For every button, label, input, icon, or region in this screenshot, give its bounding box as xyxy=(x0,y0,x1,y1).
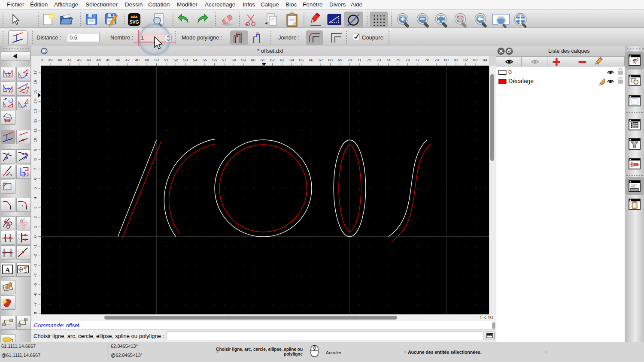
svg-text:61: 61 xyxy=(261,57,265,62)
svg-text:59: 59 xyxy=(241,57,246,62)
svg-text:9: 9 xyxy=(33,148,37,151)
svg-text:16: 16 xyxy=(33,80,37,84)
svg-text:8: 8 xyxy=(33,158,37,160)
svg-text:82: 82 xyxy=(463,57,468,62)
svg-text:-3: -3 xyxy=(33,264,37,268)
svg-text:17: 17 xyxy=(33,70,37,75)
svg-text:51: 51 xyxy=(164,57,169,62)
svg-text:SVG: SVG xyxy=(129,19,139,24)
svg-text:55: 55 xyxy=(203,57,207,62)
svg-text:45: 45 xyxy=(106,57,111,62)
svg-text:83: 83 xyxy=(473,57,478,62)
svg-text:70: 70 xyxy=(347,57,352,62)
svg-text:52: 52 xyxy=(173,57,178,62)
svg-text:command: command xyxy=(631,189,638,190)
svg-text:1: 1 xyxy=(33,226,37,228)
svg-text:74: 74 xyxy=(386,57,391,62)
svg-text:73: 73 xyxy=(377,57,381,62)
svg-text:75: 75 xyxy=(396,57,401,62)
svg-text:14: 14 xyxy=(33,99,37,104)
svg-text:65: 65 xyxy=(299,57,304,62)
svg-text:7: 7 xyxy=(33,168,37,170)
svg-text:-4: -4 xyxy=(33,273,37,277)
svg-text:54: 54 xyxy=(193,57,197,62)
svg-text:69: 69 xyxy=(338,57,343,62)
svg-text:60: 60 xyxy=(251,57,255,62)
svg-text:42: 42 xyxy=(77,57,82,62)
svg-text:15: 15 xyxy=(33,90,37,94)
svg-text:0: 0 xyxy=(33,235,37,238)
svg-text:80: 80 xyxy=(444,57,449,62)
svg-text:2: 2 xyxy=(33,216,37,218)
svg-text:10: 10 xyxy=(33,138,37,142)
svg-text:84: 84 xyxy=(483,57,487,62)
svg-text:3: 3 xyxy=(33,206,37,208)
svg-text:+: + xyxy=(265,21,267,26)
svg-text:-1: -1 xyxy=(33,244,37,248)
svg-text:68: 68 xyxy=(328,57,333,62)
svg-text:38: 38 xyxy=(41,57,43,62)
svg-text:41: 41 xyxy=(67,57,72,62)
svg-text:72: 72 xyxy=(367,57,371,62)
svg-text:49: 49 xyxy=(145,57,149,62)
svg-text:39: 39 xyxy=(48,57,53,62)
svg-text:46: 46 xyxy=(115,57,120,62)
svg-text:5: 5 xyxy=(33,187,37,189)
svg-text:-7: -7 xyxy=(33,302,37,306)
svg-text:77: 77 xyxy=(415,57,420,62)
svg-text:12: 12 xyxy=(33,118,37,123)
svg-text:56: 56 xyxy=(212,57,217,62)
svg-text:48: 48 xyxy=(135,57,140,62)
svg-text:66: 66 xyxy=(309,57,313,62)
svg-text:76: 76 xyxy=(405,57,410,62)
svg-text:63: 63 xyxy=(280,57,285,62)
svg-text:4: 4 xyxy=(33,196,37,199)
svg-text:58: 58 xyxy=(231,57,236,62)
svg-text:47: 47 xyxy=(125,57,130,62)
svg-text:x: x xyxy=(10,172,12,177)
svg-text:-2: -2 xyxy=(33,254,37,258)
svg-text:62: 62 xyxy=(270,57,275,62)
svg-text:71: 71 xyxy=(357,57,362,62)
svg-text:44: 44 xyxy=(96,57,101,62)
svg-text:13: 13 xyxy=(33,109,37,114)
svg-text:50: 50 xyxy=(154,57,159,62)
svg-text:11: 11 xyxy=(33,128,37,133)
svg-text:78: 78 xyxy=(425,57,429,62)
svg-text:81: 81 xyxy=(454,57,459,62)
svg-text:43: 43 xyxy=(87,57,91,62)
svg-text:-6: -6 xyxy=(33,293,37,296)
svg-text:64: 64 xyxy=(289,57,294,62)
svg-text:57: 57 xyxy=(222,57,227,62)
svg-text:40: 40 xyxy=(58,57,62,62)
svg-text:79: 79 xyxy=(434,57,439,62)
svg-text:53: 53 xyxy=(183,57,188,62)
svg-text:-5: -5 xyxy=(33,283,37,287)
svg-text:67: 67 xyxy=(319,57,323,62)
svg-text:.1: .1 xyxy=(24,269,27,274)
svg-text:6: 6 xyxy=(33,178,37,180)
svg-text:A: A xyxy=(5,266,10,274)
